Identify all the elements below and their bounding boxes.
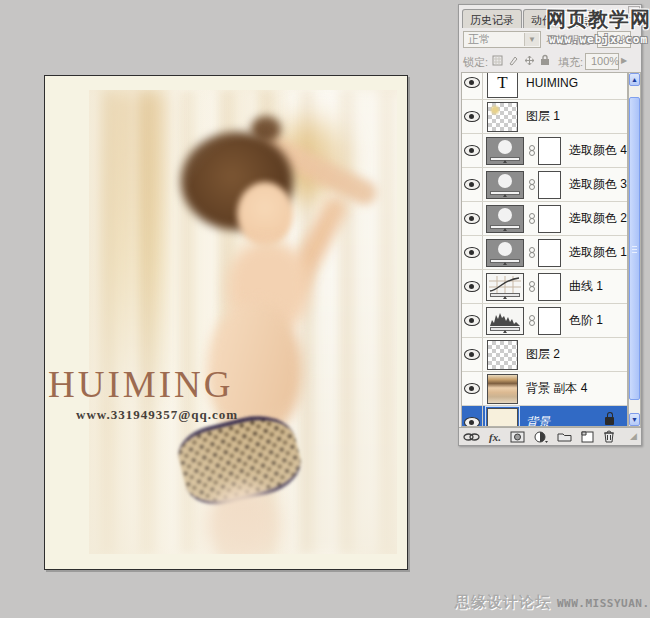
visibility-toggle[interactable] [462, 168, 483, 201]
selective-color-thumbnail[interactable] [486, 137, 524, 165]
layer-row-bg-copy-4[interactable]: 背景 副本 4 [462, 372, 627, 406]
layer-row-curves-1[interactable]: 曲线 1 [462, 270, 627, 304]
visibility-toggle[interactable] [462, 100, 483, 133]
mask-link-icon [527, 315, 536, 326]
eye-icon [464, 281, 480, 292]
layer-name[interactable]: 背景 副本 4 [526, 380, 587, 397]
layer-name[interactable]: 背景 [526, 414, 550, 427]
adjustment-slider-icon [490, 327, 520, 331]
layer-row-selective-color-4[interactable]: 选取颜色 4 [462, 134, 627, 168]
layer-row-selective-color-2[interactable]: 选取颜色 2 [462, 202, 627, 236]
layer-name[interactable]: 图层 2 [526, 346, 560, 363]
layer-mask-thumbnail[interactable] [538, 137, 561, 165]
layer-name[interactable]: 图层 1 [526, 108, 560, 125]
lock-label: 锁定: [463, 55, 488, 70]
layer-thumbnail[interactable] [487, 102, 518, 132]
lock-all-icon[interactable] [540, 54, 550, 66]
missyuan-watermark: 思缘设计论坛 WWW.MISSYUAN.COM [455, 593, 650, 612]
adjustment-circle-icon [498, 140, 512, 154]
scroll-up-icon[interactable]: ▲ [629, 73, 640, 86]
mask-link-icon [527, 179, 536, 190]
layer-name[interactable]: 选取颜色 4 [569, 142, 627, 159]
visibility-toggle[interactable] [462, 72, 483, 99]
scrollbar-thumb[interactable] [629, 97, 640, 400]
layer-name[interactable]: HUIMING [526, 76, 578, 90]
fill-input[interactable]: 100% [585, 53, 619, 70]
visibility-toggle[interactable] [462, 202, 483, 235]
mask-link-icon [527, 247, 536, 258]
mask-link-icon [527, 213, 536, 224]
photo-layer-thumbnail[interactable] [487, 374, 518, 404]
text-layer-thumbnail[interactable]: T [487, 72, 518, 98]
photo [89, 90, 397, 554]
curves-thumbnail[interactable] [486, 273, 524, 301]
delete-layer-icon[interactable] [603, 430, 615, 443]
add-layer-mask-icon[interactable] [510, 431, 525, 443]
lock-paint-icon[interactable] [508, 55, 519, 66]
adjustment-circle-icon [498, 242, 512, 256]
levels-thumbnail[interactable] [486, 307, 524, 335]
opacity-slider-arrow-icon[interactable]: ▶ [633, 34, 639, 43]
layers-scrollbar[interactable]: ▲ ▼ [628, 72, 641, 427]
opacity-label: 不透明度: [546, 33, 593, 48]
new-adjustment-layer-icon[interactable] [534, 431, 548, 443]
layer-row-layer-2[interactable]: 图层 2 [462, 338, 627, 372]
layer-name[interactable]: 选取颜色 3 [569, 176, 627, 193]
lock-icon [605, 417, 614, 425]
layer-mask-thumbnail[interactable] [538, 239, 561, 267]
visibility-toggle[interactable] [462, 270, 483, 303]
eye-icon [464, 77, 480, 88]
brand-contact: www.331949357@qq.com [76, 407, 238, 423]
layer-mask-thumbnail[interactable] [538, 205, 561, 233]
visibility-toggle[interactable] [462, 134, 483, 167]
visibility-toggle[interactable] [462, 236, 483, 269]
selective-color-thumbnail[interactable] [486, 205, 524, 233]
visibility-toggle[interactable] [462, 372, 483, 405]
opacity-input[interactable]: 100% [597, 31, 631, 48]
layer-name[interactable]: 色阶 1 [569, 312, 603, 329]
levels-histogram-icon [489, 310, 521, 327]
scroll-down-icon[interactable]: ▼ [629, 413, 640, 426]
layers-panel-footer: fx. ◢ [459, 427, 641, 445]
layer-row-huiming[interactable]: T HUIMING [462, 72, 627, 100]
fill-slider-arrow-icon[interactable]: ▶ [621, 56, 627, 65]
background-layer-thumbnail[interactable] [487, 408, 518, 428]
chevron-down-icon[interactable]: ▼ [524, 33, 539, 46]
adjustment-slider-icon [490, 157, 520, 161]
new-group-icon[interactable] [557, 431, 572, 442]
tab-history[interactable]: 历史记录 [462, 9, 522, 28]
layer-row-layer-1[interactable]: 图层 1 [462, 100, 627, 134]
blend-mode-select[interactable]: 正常 ▼ [463, 31, 541, 48]
selective-color-thumbnail[interactable] [486, 239, 524, 267]
tab-layers[interactable]: 图层 [562, 10, 600, 29]
layer-mask-thumbnail[interactable] [538, 171, 561, 199]
panel-resize-grip[interactable]: ◢ [630, 432, 637, 441]
layer-row-levels-1[interactable]: 色阶 1 [462, 304, 627, 338]
layers-list: T HUIMING 图层 1 选取颜色 4 选取颜色 3 [461, 72, 628, 427]
layer-name[interactable]: 选取颜色 1 [569, 244, 627, 261]
link-layers-icon[interactable] [463, 432, 480, 442]
visibility-toggle[interactable] [462, 406, 483, 427]
lock-position-icon[interactable] [524, 55, 535, 66]
selective-color-thumbnail[interactable] [486, 171, 524, 199]
tab-actions[interactable]: 动作 [523, 9, 561, 28]
layer-mask-thumbnail[interactable] [538, 307, 561, 335]
new-layer-icon[interactable] [581, 431, 594, 443]
layer-name[interactable]: 选取颜色 2 [569, 210, 627, 227]
visibility-toggle[interactable] [462, 338, 483, 371]
close-icon[interactable]: × [628, 6, 640, 18]
visibility-toggle[interactable] [462, 304, 483, 337]
adjustment-circle-icon [498, 174, 512, 188]
layer-row-selective-color-3[interactable]: 选取颜色 3 [462, 168, 627, 202]
lock-transparency-icon[interactable] [492, 55, 503, 66]
document-canvas[interactable]: HUIMING www.331949357@qq.com [44, 75, 408, 570]
lock-fill-row: 锁定: 填充: 100% ▶ [459, 52, 641, 72]
layer-row-selective-color-1[interactable]: 选取颜色 1 [462, 236, 627, 270]
layer-thumbnail[interactable] [487, 340, 518, 370]
layer-style-icon[interactable]: fx. [489, 431, 501, 443]
eye-icon [464, 247, 480, 258]
layer-row-background[interactable]: 背景 [462, 406, 627, 427]
blend-mode-value: 正常 [468, 33, 490, 45]
layer-name[interactable]: 曲线 1 [569, 278, 603, 295]
layer-mask-thumbnail[interactable] [538, 273, 561, 301]
